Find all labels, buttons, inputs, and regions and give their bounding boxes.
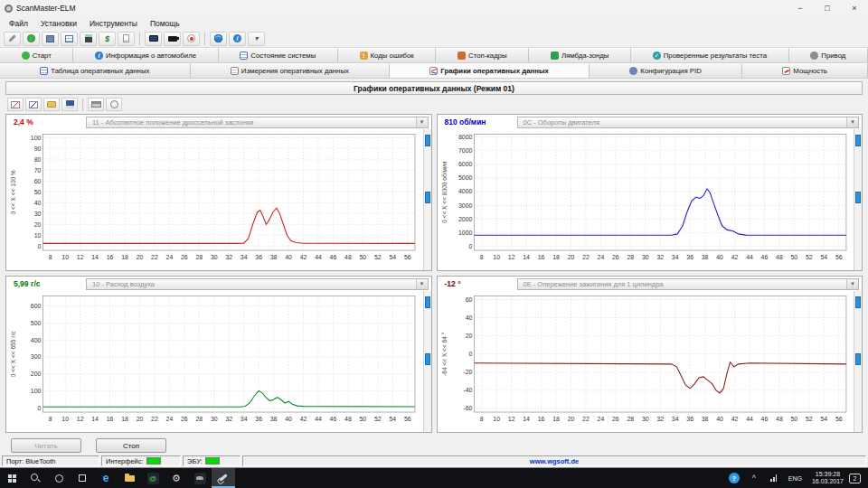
display-icon[interactable]: [145, 32, 162, 46]
svg-text:24: 24: [166, 254, 174, 260]
data-table-icon[interactable]: [61, 32, 78, 46]
chart-scale-slider[interactable]: [423, 291, 431, 432]
svg-text:18: 18: [552, 416, 560, 422]
ecu-chip-icon[interactable]: [42, 32, 59, 46]
pid-selector-label: 10 - Расход воздуха: [92, 280, 155, 288]
notification-badge[interactable]: 2: [849, 474, 861, 483]
notes-icon[interactable]: [118, 32, 135, 46]
chart-header: 810 об/мин 0C - Обороты двигателя ▾: [438, 115, 863, 129]
tab-start[interactable]: Старт: [0, 48, 73, 62]
svg-text:48: 48: [344, 416, 352, 422]
svg-text:8: 8: [49, 254, 52, 260]
chart-current-value: -12 °: [438, 279, 517, 288]
svg-text:12: 12: [507, 416, 514, 422]
language-indicator[interactable]: ENG: [784, 475, 807, 482]
svg-text:16: 16: [537, 416, 544, 422]
cortana-button[interactable]: [47, 468, 71, 488]
currency-icon[interactable]: $: [99, 32, 116, 46]
network-tray-button[interactable]: [764, 474, 784, 482]
file-explorer-button[interactable]: [118, 468, 141, 488]
svg-text:10: 10: [61, 254, 69, 260]
car-app-button[interactable]: [188, 468, 212, 488]
print-preview-icon[interactable]: [106, 98, 122, 111]
dropdown-arrow-icon[interactable]: ▾: [248, 32, 265, 46]
maximize-button[interactable]: □: [814, 0, 841, 16]
search-button[interactable]: [24, 468, 47, 488]
svg-text:30: 30: [211, 416, 218, 422]
minimize-button[interactable]: −: [787, 0, 814, 16]
pid-selector[interactable]: 10 - Расход воздуха ▾: [86, 278, 429, 290]
tab-drive[interactable]: Привод: [789, 48, 868, 62]
stop-button[interactable]: Стоп: [96, 438, 166, 453]
chevron-down-icon[interactable]: ▾: [846, 117, 858, 127]
svg-text:48: 48: [344, 254, 352, 260]
graph-config-blue-icon[interactable]: [25, 98, 42, 111]
start-button[interactable]: [0, 468, 24, 488]
tab-live-data-graphs[interactable]: Графики оперативных данных: [390, 63, 590, 78]
svg-text:90: 90: [34, 145, 42, 151]
pid-selector[interactable]: 0E - Опережение зажигания для 1 цилиндра…: [517, 278, 860, 290]
help-tray-button[interactable]: ?: [724, 473, 744, 483]
website-link[interactable]: www.wgsoft.de: [530, 457, 579, 465]
svg-text:32: 32: [225, 416, 232, 422]
info-icon[interactable]: i: [229, 32, 246, 46]
tray-expand-button[interactable]: ^: [744, 474, 764, 483]
chevron-down-icon[interactable]: ▾: [846, 279, 858, 289]
svg-text:0 << X << 655 г/с: 0 << X << 655 г/с: [10, 330, 16, 377]
scanmaster-app-button[interactable]: [212, 468, 235, 488]
toolbar-separator: [204, 33, 205, 45]
read-button[interactable]: Читать: [11, 438, 81, 453]
tab-freeze-frames[interactable]: Стоп-кадры: [436, 48, 529, 62]
taskbar-clock[interactable]: 15:39:28 16.03.2017: [807, 471, 849, 486]
settings-wrench-icon[interactable]: [4, 32, 21, 46]
menu-tools[interactable]: Инструменты: [83, 19, 144, 28]
svg-text:400: 400: [31, 337, 42, 343]
svg-text:-64 << X << 64 °: -64 << X << 64 °: [440, 332, 447, 376]
menu-help[interactable]: Помощь: [144, 19, 186, 28]
settings-app-button[interactable]: ⚙: [165, 468, 188, 488]
tab-system-status[interactable]: Состояние системы: [219, 48, 338, 62]
record-icon[interactable]: [183, 32, 200, 46]
svg-text:28: 28: [627, 416, 634, 422]
tab-vehicle-info[interactable]: iИнформация о автомобиле: [73, 48, 218, 62]
save-icon[interactable]: [61, 98, 78, 111]
tab-lambda-sensors[interactable]: Лямбда-зонды: [529, 48, 631, 62]
svg-text:30: 30: [211, 254, 218, 260]
chevron-down-icon[interactable]: ▾: [416, 279, 428, 289]
pid-selector[interactable]: 11 - Абсолютное положение дроссельной за…: [86, 117, 429, 128]
tab-pid-config[interactable]: Конфигурация PID: [590, 63, 742, 78]
calculator-icon[interactable]: [80, 32, 97, 46]
svg-text:44: 44: [315, 254, 322, 260]
status-website: www.wgsoft.de: [242, 455, 866, 466]
svg-text:20: 20: [34, 221, 42, 228]
edge-app-button[interactable]: e: [94, 468, 118, 488]
chevron-down-icon[interactable]: ▾: [416, 117, 428, 127]
chart-panel-airflow: 5,99 г/с 10 - Расход воздуха ▾ 010020030…: [5, 276, 432, 433]
tab-live-data-measurements[interactable]: Измерения оперативных данных: [191, 63, 390, 78]
graph-config-red-icon[interactable]: [7, 98, 24, 111]
tab-power[interactable]: Мощность: [742, 63, 868, 78]
svg-text:48: 48: [776, 416, 783, 422]
chart-scale-slider[interactable]: [423, 129, 431, 270]
svg-text:56: 56: [835, 254, 842, 260]
menu-settings[interactable]: Установки: [34, 19, 83, 28]
web-globe-icon[interactable]: [210, 32, 227, 46]
print-icon[interactable]: [88, 98, 104, 111]
tab-test-results[interactable]: ✓Проверенные результаты теста: [631, 48, 789, 62]
mail-app-button[interactable]: @: [141, 468, 165, 488]
tab-trouble-codes[interactable]: !Коды ошибок: [338, 48, 436, 62]
connect-icon[interactable]: [23, 32, 40, 46]
svg-text:24: 24: [166, 416, 174, 422]
svg-text:44: 44: [315, 416, 322, 422]
tab-live-data-table[interactable]: Таблица оперативных данных: [0, 63, 191, 78]
chart-scale-slider[interactable]: [854, 129, 862, 270]
open-icon[interactable]: [43, 98, 60, 111]
close-button[interactable]: ×: [841, 0, 868, 16]
pid-selector[interactable]: 0C - Обороты двигателя ▾: [517, 117, 860, 128]
task-view-button[interactable]: [71, 468, 94, 488]
battery-icon[interactable]: [164, 32, 181, 46]
chart-scale-slider[interactable]: [854, 291, 862, 432]
menu-file[interactable]: Файл: [3, 19, 34, 28]
svg-text:26: 26: [612, 416, 619, 422]
svg-text:80: 80: [34, 155, 42, 162]
